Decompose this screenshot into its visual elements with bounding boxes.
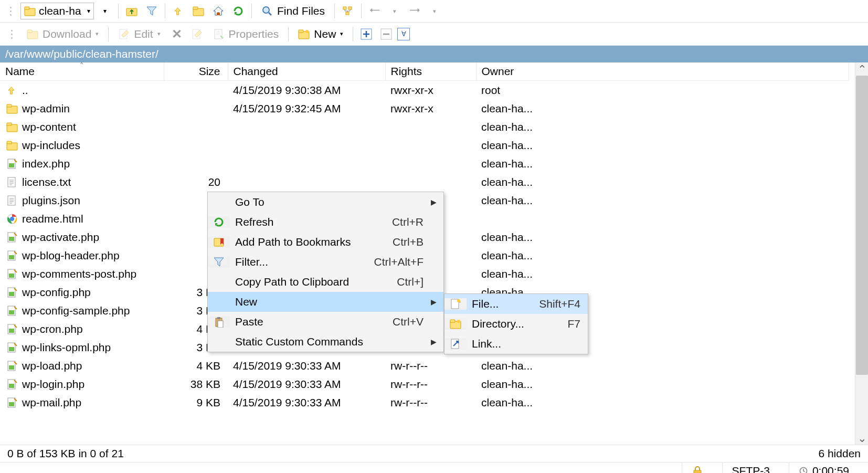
table-row[interactable]: wp-contentclean-ha... xyxy=(0,118,849,136)
select-all-button[interactable]: ∀ xyxy=(397,28,410,40)
chevron-down-icon: ▾ xyxy=(96,30,99,37)
file-owner: clean-ha... xyxy=(476,191,849,209)
file-owner: clean-ha... xyxy=(476,393,849,412)
context-item-icon xyxy=(444,298,467,310)
tree-button[interactable] xyxy=(339,2,357,20)
table-row[interactable]: wp-login.php38 KB4/15/2019 9:30:33 AMrw-… xyxy=(0,375,849,393)
encryption-indicator[interactable] xyxy=(682,463,713,473)
col-owner[interactable]: Owner xyxy=(476,62,849,81)
file-size xyxy=(164,99,228,118)
context-item[interactable]: Link... xyxy=(444,334,588,354)
nav-fwd-split[interactable]: ▾ xyxy=(426,2,443,20)
download-label: Download xyxy=(43,28,91,40)
session-time: 0:00:59 xyxy=(789,463,859,473)
file-rights xyxy=(385,154,476,173)
protocol-label: SFTP-3 xyxy=(732,465,770,473)
table-row[interactable]: index.phpclean-ha... xyxy=(0,154,849,173)
properties-button[interactable]: Properties xyxy=(208,25,284,43)
download-button[interactable]: Download ▾ xyxy=(22,25,104,43)
context-item[interactable]: File...Shift+F4 xyxy=(444,294,588,314)
scroll-down-icon[interactable]: ⌄ xyxy=(855,432,868,445)
session-time-label: 0:00:59 xyxy=(812,465,849,473)
col-owner-label: Owner xyxy=(482,65,514,77)
file-changed: 4/15/2019 9:30:38 AM xyxy=(228,81,385,100)
context-item[interactable]: Add Path to BookmarksCtrl+B xyxy=(208,232,443,252)
file-type-icon xyxy=(6,397,18,408)
table-row[interactable]: wp-mail.php9 KB4/15/2019 9:30:33 AMrw-r-… xyxy=(0,393,849,412)
selection-statusbar: 0 B of 153 KB in 0 of 21 6 hidden xyxy=(0,445,868,462)
file-owner: clean-ha... xyxy=(476,375,849,393)
context-item[interactable]: Static Custom Commands▶ xyxy=(208,332,443,352)
col-changed[interactable]: Changed xyxy=(228,62,385,81)
chevron-down-icon: ▾ xyxy=(157,30,161,37)
file-owner: clean-ha... xyxy=(476,173,849,191)
file-name: wp-includes xyxy=(22,138,80,152)
nav-open-button[interactable] xyxy=(189,2,207,20)
col-size[interactable]: Size xyxy=(164,62,228,81)
chevron-down-icon: ▾ xyxy=(87,7,90,15)
delete-button[interactable]: ✕ xyxy=(168,25,186,43)
clock-icon xyxy=(799,466,808,473)
table-row[interactable]: wp-includesclean-ha... xyxy=(0,136,849,154)
filter-button[interactable] xyxy=(143,2,161,20)
context-item-icon xyxy=(444,338,467,350)
file-name: wp-mail.php xyxy=(22,395,81,409)
context-item[interactable]: Directory...F7 xyxy=(444,314,588,334)
col-rights-label: Rights xyxy=(391,65,422,77)
context-item[interactable]: Filter...Ctrl+Alt+F xyxy=(208,252,443,272)
context-item[interactable]: RefreshCtrl+R xyxy=(208,212,443,232)
file-type-icon xyxy=(6,305,18,317)
refresh-button[interactable] xyxy=(229,2,247,20)
file-name: wp-admin xyxy=(22,101,70,115)
folder-dropdown-label: clean-ha xyxy=(39,5,84,17)
table-row[interactable]: ..4/15/2019 9:30:38 AMrwxr-xr-xroot xyxy=(0,81,849,100)
parent-dir-button[interactable] xyxy=(123,2,141,20)
table-row[interactable]: wp-load.php4 KB4/15/2019 9:30:33 AMrw-r-… xyxy=(0,356,849,375)
file-owner xyxy=(476,209,849,228)
context-item-icon xyxy=(208,236,230,248)
hidden-count: 6 hidden xyxy=(818,447,861,460)
context-item[interactable]: Go To▶ xyxy=(208,192,443,212)
new-button[interactable]: New ▾ xyxy=(293,25,348,43)
context-menu: Go To▶RefreshCtrl+RAdd Path to Bookmarks… xyxy=(207,192,444,352)
context-item-shortcut: Shift+F4 xyxy=(539,298,588,310)
edit-button[interactable]: Edit ▾ xyxy=(113,25,165,43)
path-text: /var/www/public/clean-hamster/ xyxy=(5,48,158,60)
scroll-thumb[interactable] xyxy=(856,76,868,375)
drag-handle-icon: ⋮ xyxy=(3,2,18,20)
col-name[interactable]: ⌃Name xyxy=(0,62,164,81)
file-type-icon xyxy=(6,250,18,261)
vertical-scrollbar[interactable]: ⌃ ⌄ xyxy=(855,62,868,445)
file-owner: clean-ha... xyxy=(476,228,849,246)
context-item[interactable]: Copy Path to ClipboardCtrl+] xyxy=(208,272,443,292)
context-item[interactable]: PasteCtrl+V xyxy=(208,312,443,332)
nav-back-split[interactable]: ▾ xyxy=(386,2,404,20)
rename-button[interactable] xyxy=(188,25,206,43)
table-row[interactable]: license.txt20clean-ha... xyxy=(0,173,849,191)
nav-back-button[interactable]: ⭠ xyxy=(366,2,384,20)
folder-dropdown[interactable]: clean-ha ▾ xyxy=(20,3,94,19)
selection-summary: 0 B of 153 KB in 0 of 21 xyxy=(7,447,124,460)
context-item[interactable]: New▶ xyxy=(208,292,443,312)
nav-fwd-button[interactable]: ⭢ xyxy=(406,2,424,20)
path-bar[interactable]: /var/www/public/clean-hamster/ xyxy=(0,46,868,62)
minus-button[interactable] xyxy=(377,25,395,43)
file-size xyxy=(164,118,228,136)
col-rights[interactable]: Rights xyxy=(385,62,476,81)
file-changed xyxy=(228,118,385,136)
context-item-shortcut: Ctrl+Alt+F xyxy=(374,256,431,268)
find-files-label: Find Files xyxy=(277,5,325,17)
find-files-button[interactable]: Find Files xyxy=(256,2,330,20)
file-owner: clean-ha... xyxy=(476,118,849,136)
file-size: 38 KB xyxy=(164,375,228,393)
nav-home-button[interactable] xyxy=(209,2,227,20)
nav-up-button[interactable] xyxy=(170,2,187,20)
scroll-up-icon[interactable]: ⌃ xyxy=(855,62,868,76)
file-type-icon xyxy=(6,213,18,225)
file-size: 4 KB xyxy=(164,356,228,375)
table-row[interactable]: wp-admin4/15/2019 9:32:45 AMrwxr-xr-xcle… xyxy=(0,99,849,118)
plus-button[interactable] xyxy=(357,25,375,43)
file-type-icon xyxy=(6,103,18,114)
dropdown-split[interactable]: ▾ xyxy=(96,2,114,20)
context-item-label: Filter... xyxy=(230,256,374,268)
